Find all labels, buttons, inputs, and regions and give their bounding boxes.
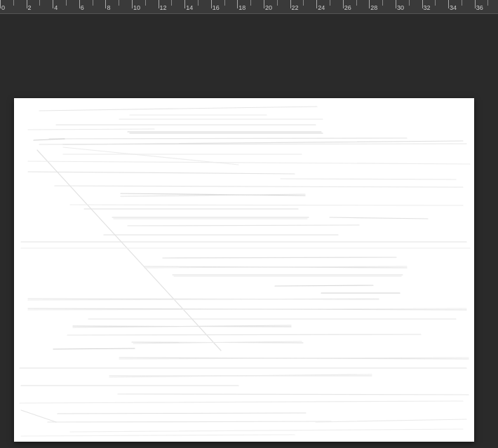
ruler-segment: 22 [290, 0, 317, 14]
ruler-segment: 0 [0, 0, 27, 14]
drawing-canvas[interactable] [14, 98, 474, 442]
ruler-segment: 12 [159, 0, 185, 14]
ruler-segment: 36 [475, 0, 498, 14]
svg-line-12 [37, 150, 221, 351]
ruler-label: 0 [1, 4, 5, 11]
ruler-label: 32 [424, 4, 431, 11]
ruler-label: 36 [476, 4, 483, 11]
svg-line-60 [21, 435, 295, 436]
ruler-label: 22 [292, 4, 299, 11]
ruler-label: 10 [133, 4, 140, 11]
svg-line-7 [49, 138, 407, 139]
svg-line-0 [39, 107, 317, 111]
ruler-segment: 6 [79, 0, 106, 14]
svg-line-20 [70, 205, 463, 205]
svg-line-14 [28, 161, 470, 164]
svg-line-58 [316, 419, 466, 422]
ruler-segment: 2 [27, 0, 53, 14]
svg-line-16 [281, 179, 456, 179]
svg-line-17 [55, 186, 463, 187]
ruler-label: 14 [186, 4, 193, 11]
ruler-segment: 16 [211, 0, 238, 14]
ruler-label: 30 [397, 4, 404, 11]
ruler-segment: 18 [237, 0, 264, 14]
ruler-segment: 32 [422, 0, 449, 14]
ruler-label: 2 [28, 4, 32, 11]
svg-line-34 [275, 285, 373, 286]
ruler-segment: 26 [343, 0, 370, 14]
svg-line-59 [70, 429, 463, 432]
canvas-strokes [14, 98, 474, 442]
ruler-segment: 4 [53, 0, 79, 14]
svg-line-57 [48, 421, 331, 422]
ruler-segment: 20 [264, 0, 290, 14]
ruler-label: 8 [107, 4, 110, 11]
ruler-segment: 14 [184, 0, 211, 14]
ruler-segment: 10 [132, 0, 159, 14]
svg-line-29 [163, 257, 396, 258]
svg-line-24 [330, 217, 428, 219]
svg-line-55 [21, 410, 56, 422]
ruler-label: 16 [213, 4, 220, 11]
ruler-label: 28 [370, 4, 377, 11]
svg-line-56 [58, 413, 306, 414]
ruler-label: 20 [265, 4, 272, 11]
svg-line-4 [28, 129, 154, 130]
ruler-segment: 34 [448, 0, 475, 14]
ruler-label: 18 [238, 4, 245, 11]
ruler-segment: 24 [316, 0, 343, 14]
horizontal-ruler[interactable]: 024681012141618202224262830323436 [0, 0, 498, 14]
ruler-label: 34 [450, 4, 457, 11]
ruler-label: 26 [344, 4, 351, 11]
ruler-segment: 8 [105, 0, 132, 14]
ruler-label: 4 [54, 4, 58, 11]
ruler-label: 24 [318, 4, 325, 11]
svg-line-54 [20, 401, 463, 403]
svg-line-46 [53, 348, 135, 349]
ruler-segment: 28 [369, 0, 396, 14]
ruler-label: 12 [160, 4, 167, 11]
svg-line-25 [128, 225, 359, 226]
svg-line-43 [67, 334, 421, 335]
ruler-label: 6 [81, 4, 84, 11]
ruler-segment: 30 [396, 0, 422, 14]
svg-line-53 [118, 394, 469, 395]
svg-line-15 [28, 172, 295, 174]
